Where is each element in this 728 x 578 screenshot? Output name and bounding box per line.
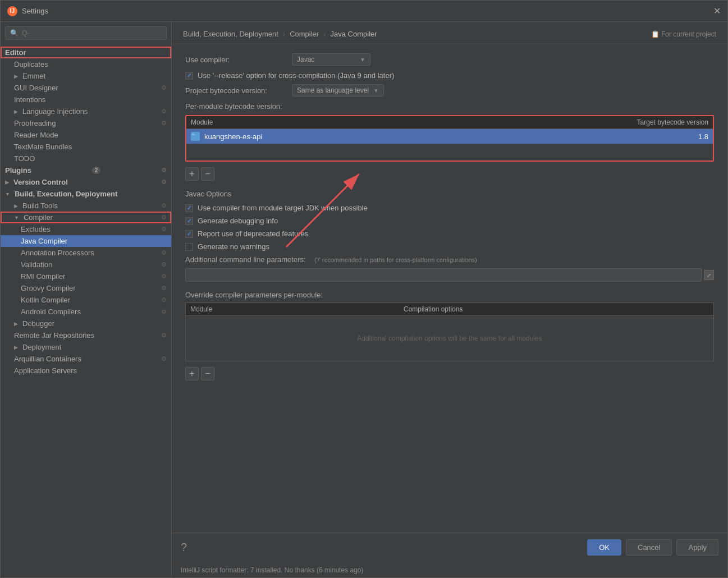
- sidebar-item-label: TODO: [14, 154, 35, 163]
- sidebar-item-application-servers[interactable]: Application Servers: [1, 365, 171, 377]
- sidebar-item-rmi-compiler[interactable]: RMI Compiler ⚙: [1, 270, 171, 282]
- remove-override-button[interactable]: −: [201, 367, 214, 380]
- status-bar-text: IntelliJ script formatter: 7 installed. …: [181, 566, 363, 574]
- javac-options-title: Javac Options: [185, 190, 714, 198]
- table-empty-area: [186, 144, 713, 160]
- sidebar-list: Editor Duplicates ▶ Emmet GUI Designer ⚙…: [1, 44, 171, 577]
- sidebar-item-android-compilers[interactable]: Android Compilers ⚙: [1, 306, 171, 318]
- search-box[interactable]: 🔍: [5, 26, 167, 40]
- sidebar-item-label: Duplicates: [14, 60, 48, 68]
- apply-button[interactable]: Apply: [676, 539, 718, 556]
- option-use-compiler-checkbox[interactable]: [185, 204, 193, 212]
- settings-icon: ⚙: [161, 308, 167, 315]
- project-bytecode-dropdown[interactable]: Same as language level ▼: [292, 84, 384, 97]
- sidebar-item-intentions[interactable]: Intentions: [1, 94, 171, 105]
- search-icon: 🔍: [10, 29, 19, 37]
- sidebar-item-excludes[interactable]: Excludes ⚙: [1, 223, 171, 235]
- sidebar-item-deployment[interactable]: ▶ Deployment: [1, 341, 171, 353]
- expand-button[interactable]: ⤢: [704, 270, 714, 280]
- sidebar-item-label: Annotation Processors: [21, 249, 94, 257]
- remove-module-button[interactable]: −: [201, 167, 214, 181]
- breadcrumb-part-2: Compiler: [290, 30, 319, 38]
- settings-icon: ⚙: [161, 285, 167, 292]
- sidebar-item-label: Validation: [21, 260, 52, 269]
- for-current-project: 📋 For current project: [651, 30, 716, 38]
- ok-button[interactable]: OK: [587, 539, 621, 556]
- settings-icon: ⚙: [161, 273, 167, 280]
- override-table: Module Compilation options Additional co…: [185, 302, 714, 361]
- sidebar-item-label: Editor: [5, 48, 26, 57]
- sidebar-item-textmate-bundles[interactable]: TextMate Bundles: [1, 141, 171, 153]
- use-compiler-dropdown[interactable]: Javac ▼: [292, 53, 370, 66]
- option-debugging-checkbox[interactable]: [185, 217, 193, 225]
- breadcrumb: Build, Execution, Deployment › Compiler …: [172, 22, 727, 44]
- additional-params-hint: ('/' recommended in paths for cross-plat…: [314, 256, 477, 263]
- main-content: 🔍 Editor Duplicates ▶ Emmet GUI Designer…: [1, 22, 727, 577]
- sidebar-item-duplicates[interactable]: Duplicates: [1, 58, 171, 70]
- svg-rect-1: [192, 134, 195, 135]
- cancel-button[interactable]: Cancel: [626, 539, 672, 556]
- override-module-header: Module: [190, 305, 404, 313]
- settings-content: Use compiler: Javac ▼ Use '--release' op…: [172, 44, 727, 533]
- sidebar-item-editor[interactable]: Editor: [1, 47, 171, 58]
- sidebar-item-annotation-processors[interactable]: Annotation Processors ⚙: [1, 247, 171, 259]
- project-bytecode-value: Same as language level: [297, 86, 369, 94]
- search-input[interactable]: [22, 29, 162, 37]
- sidebar-item-gui-designer[interactable]: GUI Designer ⚙: [1, 82, 171, 94]
- override-button-row: + −: [185, 367, 714, 380]
- help-button[interactable]: ?: [181, 541, 187, 554]
- settings-icon: ⚙: [161, 332, 167, 339]
- sidebar-item-validation[interactable]: Validation ⚙: [1, 259, 171, 270]
- sidebar-item-version-control[interactable]: ▶ Version Control ⚙: [1, 176, 171, 188]
- sidebar-item-label: Compiler: [24, 213, 53, 222]
- additional-params-row: Additional command line parameters: ('/'…: [185, 255, 714, 264]
- option-deprecated-checkbox[interactable]: [185, 230, 193, 238]
- sidebar-item-label: Remote Jar Repositories: [14, 331, 94, 340]
- sidebar-item-todo[interactable]: TODO: [1, 153, 171, 164]
- cross-compilation-label: Use '--release' option for cross-compila…: [198, 71, 394, 80]
- option-no-warnings-checkbox[interactable]: [185, 243, 193, 251]
- sidebar-item-label: Plugins: [5, 166, 31, 175]
- sidebar-item-label: GUI Designer: [14, 84, 58, 92]
- chevron-right-icon: ▶: [14, 321, 18, 327]
- sidebar-item-proofreading[interactable]: Proofreading ⚙: [1, 117, 171, 129]
- sidebar-item-compiler[interactable]: ▼ Compiler ⚙: [1, 212, 171, 223]
- module-version: 1.8: [698, 132, 708, 141]
- sidebar-item-debugger[interactable]: ▶ Debugger: [1, 318, 171, 329]
- sidebar-item-groovy-compiler[interactable]: Groovy Compiler ⚙: [1, 282, 171, 294]
- settings-icon: ⚙: [161, 249, 167, 256]
- chevron-right-icon: ▶: [14, 345, 18, 350]
- dropdown-arrow-icon: ▼: [373, 88, 379, 94]
- sidebar-item-build-execution-deployment[interactable]: ▼ Build, Execution, Deployment: [1, 188, 171, 200]
- additional-params-input[interactable]: [185, 268, 702, 282]
- use-compiler-row: Use compiler: Javac ▼: [185, 53, 714, 66]
- sidebar-item-language-injections[interactable]: ▶ Language Injections ⚙: [1, 105, 171, 117]
- sidebar-item-remote-jar-repositories[interactable]: Remote Jar Repositories ⚙: [1, 329, 171, 341]
- add-override-button[interactable]: +: [185, 367, 199, 380]
- sidebar-item-arquillian-containers[interactable]: Arquillian Containers ⚙: [1, 353, 171, 365]
- cross-compilation-row: Use '--release' option for cross-compila…: [185, 71, 714, 80]
- table-row[interactable]: kuangshen-es-api 1.8: [186, 129, 713, 144]
- project-bytecode-row: Project bytecode version: Same as langua…: [185, 84, 714, 97]
- cross-compilation-checkbox[interactable]: [185, 72, 193, 80]
- close-button[interactable]: ✕: [713, 6, 721, 16]
- add-module-button[interactable]: +: [185, 167, 199, 181]
- sidebar-item-reader-mode[interactable]: Reader Mode: [1, 129, 171, 141]
- sidebar-item-java-compiler[interactable]: Java Compiler: [1, 235, 171, 247]
- settings-icon: ⚙: [161, 120, 167, 127]
- svg-rect-0: [192, 135, 199, 139]
- option-debugging-row: Generate debugging info: [185, 217, 714, 225]
- bottom-bar: ? OK Cancel Apply: [172, 533, 727, 562]
- sidebar-item-build-tools[interactable]: ▶ Build Tools ⚙: [1, 200, 171, 212]
- sidebar-item-label: Excludes: [21, 225, 51, 233]
- option-deprecated-row: Report use of deprecated features: [185, 230, 714, 238]
- chevron-right-icon: ▶: [14, 109, 18, 114]
- sidebar-item-plugins[interactable]: Plugins 2 ⚙: [1, 164, 171, 176]
- main-panel: Build, Execution, Deployment › Compiler …: [172, 22, 727, 577]
- sidebar-item-emmet[interactable]: ▶ Emmet: [1, 70, 171, 82]
- module-folder-icon: [191, 132, 200, 141]
- sidebar-item-label: Build Tools: [22, 201, 58, 210]
- sidebar-item-kotlin-compiler[interactable]: Kotlin Compiler ⚙: [1, 294, 171, 306]
- option-no-warnings-label: Generate no warnings: [198, 242, 269, 251]
- breadcrumb-sep-1: ›: [283, 30, 285, 38]
